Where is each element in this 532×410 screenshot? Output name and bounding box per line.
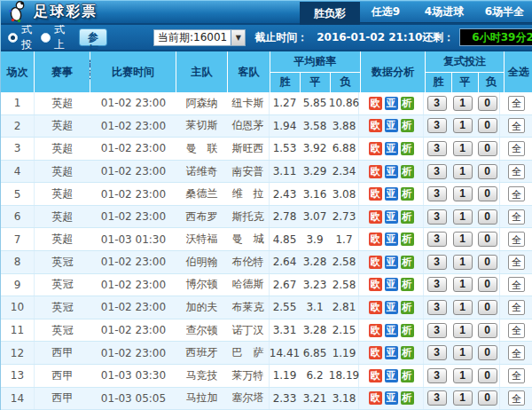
asia-odds-icon[interactable]: 亚 — [385, 301, 398, 314]
europe-odds-icon[interactable]: 欧 — [369, 233, 382, 246]
analysis-icon[interactable]: 析 — [401, 119, 414, 132]
asia-odds-icon[interactable]: 亚 — [385, 97, 398, 110]
europe-odds-icon[interactable]: 欧 — [369, 278, 382, 291]
analysis-icon[interactable]: 析 — [401, 324, 414, 337]
asia-odds-icon[interactable]: 亚 — [385, 210, 398, 224]
bet-draw-button[interactable]: 1 — [453, 323, 473, 338]
bet-lose-button[interactable]: 0 — [478, 232, 497, 247]
bet-win-button[interactable]: 3 — [427, 300, 447, 315]
asia-odds-icon[interactable]: 亚 — [385, 346, 398, 359]
analysis-icon[interactable]: 析 — [401, 165, 414, 178]
select-all-button[interactable]: 全 — [508, 232, 525, 247]
select-all-button[interactable]: 全 — [508, 323, 525, 338]
analysis-icon[interactable]: 析 — [401, 256, 414, 269]
bet-lose-button[interactable]: 0 — [478, 323, 497, 338]
bet-lose-button[interactable]: 0 — [478, 345, 497, 360]
bet-draw-button[interactable]: 1 — [453, 118, 473, 133]
europe-odds-icon[interactable]: 欧 — [369, 210, 382, 224]
bet-lose-button[interactable]: 0 — [478, 368, 497, 383]
bet-lose-button[interactable]: 0 — [478, 141, 497, 156]
bet-win-button[interactable]: 3 — [427, 345, 447, 360]
bet-lose-button[interactable]: 0 — [478, 164, 497, 179]
europe-odds-icon[interactable]: 欧 — [369, 346, 382, 359]
bet-draw-button[interactable]: 1 — [453, 390, 473, 406]
bet-draw-button[interactable]: 1 — [453, 164, 473, 179]
select-all-button[interactable]: 全 — [508, 141, 525, 156]
tab-shengfucai[interactable]: 胜负彩 — [300, 2, 360, 25]
analysis-icon[interactable]: 析 — [401, 233, 414, 246]
bet-win-button[interactable]: 3 — [427, 368, 447, 383]
bet-lose-button[interactable]: 0 — [478, 390, 497, 406]
bet-lose-button[interactable]: 0 — [478, 277, 497, 292]
analysis-icon[interactable]: 析 — [401, 187, 414, 201]
bet-win-button[interactable]: 3 — [427, 118, 447, 133]
asia-odds-icon[interactable]: 亚 — [385, 278, 398, 291]
europe-odds-icon[interactable]: 欧 — [369, 187, 382, 201]
bet-win-button[interactable]: 3 — [427, 164, 447, 179]
bet-lose-button[interactable]: 0 — [478, 209, 497, 225]
europe-odds-icon[interactable]: 欧 — [369, 142, 382, 155]
asia-odds-icon[interactable]: 亚 — [385, 187, 398, 201]
europe-odds-icon[interactable]: 欧 — [369, 369, 382, 382]
bet-lose-button[interactable]: 0 — [478, 300, 497, 315]
analysis-icon[interactable]: 析 — [401, 278, 414, 291]
bet-lose-button[interactable]: 0 — [478, 96, 497, 111]
bet-win-button[interactable]: 3 — [427, 96, 447, 111]
analysis-icon[interactable]: 析 — [401, 391, 414, 405]
asia-odds-icon[interactable]: 亚 — [385, 324, 398, 337]
bet-draw-button[interactable]: 1 — [453, 96, 473, 111]
bet-win-button[interactable]: 3 — [427, 323, 447, 338]
select-all-button[interactable]: 全 — [508, 368, 525, 383]
analysis-icon[interactable]: 析 — [401, 369, 414, 382]
bet-draw-button[interactable]: 1 — [453, 368, 473, 383]
europe-odds-icon[interactable]: 欧 — [369, 324, 382, 337]
bet-draw-button[interactable]: 1 — [453, 300, 473, 315]
select-all-button[interactable]: 全 — [508, 345, 525, 360]
select-all-button[interactable]: 全 — [508, 186, 525, 201]
asia-odds-icon[interactable]: 亚 — [385, 165, 398, 178]
bet-win-button[interactable]: 3 — [427, 186, 447, 201]
bet-draw-button[interactable]: 1 — [453, 345, 473, 360]
analysis-icon[interactable]: 析 — [401, 301, 414, 314]
europe-odds-icon[interactable]: 欧 — [369, 97, 382, 110]
europe-odds-icon[interactable]: 欧 — [369, 165, 382, 178]
tab-6changbanquan[interactable]: 6场半全 — [477, 2, 532, 22]
analysis-icon[interactable]: 析 — [401, 346, 414, 359]
europe-odds-icon[interactable]: 欧 — [369, 256, 382, 269]
bet-win-button[interactable]: 3 — [427, 141, 447, 156]
bet-win-button[interactable]: 3 — [427, 277, 447, 292]
select-all-button[interactable]: 全 — [508, 255, 525, 270]
select-all-button[interactable]: 全 — [508, 96, 525, 111]
select-all-button[interactable]: 全 — [508, 300, 525, 315]
bet-win-button[interactable]: 3 — [427, 390, 447, 406]
bet-draw-button[interactable]: 1 — [453, 255, 473, 270]
bet-lose-button[interactable]: 0 — [478, 255, 497, 270]
bet-draw-button[interactable]: 1 — [453, 209, 473, 225]
europe-odds-icon[interactable]: 欧 — [369, 301, 382, 314]
select-all-button[interactable]: 全 — [508, 277, 525, 292]
bet-lose-button[interactable]: 0 — [478, 186, 497, 201]
europe-odds-icon[interactable]: 欧 — [369, 119, 382, 132]
europe-odds-icon[interactable]: 欧 — [369, 391, 382, 405]
tab-renxuan9[interactable]: 任选9 — [360, 2, 411, 22]
select-all-button[interactable]: 全 — [508, 390, 525, 406]
asia-odds-icon[interactable]: 亚 — [385, 391, 398, 405]
select-all-button[interactable]: 全 — [508, 118, 525, 133]
asia-odds-icon[interactable]: 亚 — [385, 119, 398, 132]
bet-draw-button[interactable]: 1 — [453, 232, 473, 247]
asia-odds-icon[interactable]: 亚 — [385, 142, 398, 155]
asia-odds-icon[interactable]: 亚 — [385, 369, 398, 382]
tab-4changjinqiu[interactable]: 4场进球 — [411, 2, 477, 22]
asia-odds-icon[interactable]: 亚 — [385, 256, 398, 269]
analysis-icon[interactable]: 析 — [401, 142, 414, 155]
current-period-select[interactable]: 当前期:16001 ▼ — [153, 29, 246, 46]
bet-lose-button[interactable]: 0 — [478, 118, 497, 133]
bet-draw-button[interactable]: 1 — [453, 141, 473, 156]
bet-draw-button[interactable]: 1 — [453, 277, 473, 292]
analysis-icon[interactable]: 析 — [401, 210, 414, 224]
bet-win-button[interactable]: 3 — [427, 209, 447, 225]
analysis-icon[interactable]: 析 — [401, 97, 414, 110]
select-all-button[interactable]: 全 — [508, 164, 525, 179]
bet-win-button[interactable]: 3 — [427, 255, 447, 270]
select-all-button[interactable]: 全 — [508, 209, 525, 225]
